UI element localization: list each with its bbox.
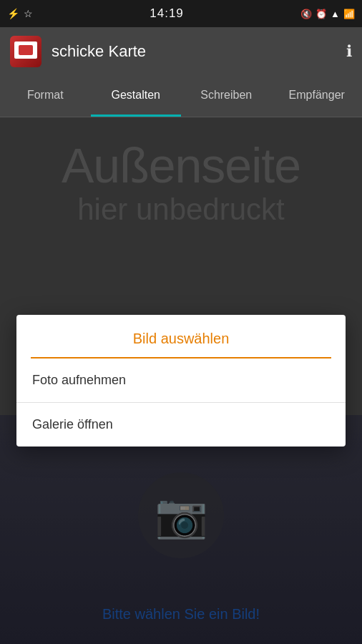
- status-left-icons: ⚡ ☆: [7, 8, 33, 19]
- take-photo-option[interactable]: Foto aufnehmen: [16, 358, 346, 403]
- modal-overlay: Bild auswählen Foto aufnehmen Galerie öf…: [0, 117, 362, 644]
- tab-schreiben[interactable]: Schreiben: [181, 76, 272, 117]
- mute-icon: 🔇: [300, 9, 312, 19]
- app-bar-left: schicke Karte: [10, 36, 146, 67]
- signal-icon: 📶: [343, 9, 355, 19]
- main-content: Außenseite hier unbedruckt 📷 Bitte wähle…: [0, 117, 362, 644]
- info-icon[interactable]: ℹ: [346, 42, 352, 61]
- status-bar: ⚡ ☆ 14:19 🔇 ⏰ ▲ 📶: [0, 0, 362, 27]
- usb-icon: ⚡: [7, 8, 19, 19]
- app-title: schicke Karte: [52, 42, 146, 61]
- tab-gestalten[interactable]: Gestalten: [91, 76, 182, 117]
- open-gallery-option[interactable]: Galerie öffnen: [16, 403, 346, 447]
- alarm-icon: ⏰: [315, 9, 327, 19]
- wifi-icon: ▲: [331, 9, 340, 19]
- app-bar: schicke Karte ℹ: [0, 27, 362, 76]
- status-time: 14:19: [150, 6, 184, 21]
- modal-title: Bild auswählen: [16, 315, 346, 357]
- tab-bar: Format Gestalten Schreiben Empfänger: [0, 76, 362, 117]
- tab-empfaenger[interactable]: Empfänger: [272, 76, 363, 117]
- modal-dialog: Bild auswählen Foto aufnehmen Galerie öf…: [16, 315, 346, 447]
- notification-icon: ☆: [24, 8, 33, 19]
- tab-format[interactable]: Format: [0, 76, 91, 117]
- status-right-icons: 🔇 ⏰ ▲ 📶: [300, 9, 355, 19]
- app-icon: [10, 36, 41, 67]
